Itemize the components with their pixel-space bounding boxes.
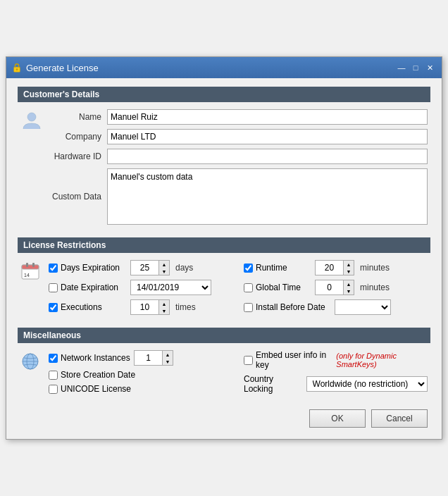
company-input[interactable] bbox=[107, 129, 428, 144]
network-instances-up[interactable]: ▲ bbox=[163, 351, 173, 358]
network-instances-down[interactable]: ▼ bbox=[163, 358, 173, 365]
network-instances-label[interactable]: Network Instances bbox=[61, 353, 131, 363]
executions-checkbox[interactable] bbox=[49, 303, 58, 312]
country-locking-row: Country Locking Worldwide (no restrictio… bbox=[244, 374, 428, 394]
smartkeys-note: (only for Dynamic SmartKeys) bbox=[336, 352, 428, 368]
country-locking-select[interactable]: Worldwide (no restriction) bbox=[306, 376, 428, 392]
global-time-unit-label: minutes bbox=[360, 283, 390, 292]
days-expiration-up[interactable]: ▲ bbox=[159, 261, 169, 268]
global-time-label[interactable]: Global Time bbox=[256, 283, 312, 292]
install-before-date-checkbox[interactable] bbox=[244, 303, 253, 312]
global-time-checkbox[interactable] bbox=[244, 283, 253, 292]
days-expiration-down[interactable]: ▼ bbox=[159, 268, 169, 275]
days-expiration-spinbox: ▲ ▼ bbox=[130, 260, 170, 275]
install-before-date-label[interactable]: Install Before Date bbox=[256, 302, 332, 312]
hardware-id-label: Hardware ID bbox=[47, 151, 107, 161]
license-restrictions-header: License Restrictions bbox=[18, 237, 430, 253]
days-unit-label: days bbox=[175, 263, 193, 273]
embed-user-info-checkbox[interactable] bbox=[244, 356, 253, 365]
miscellaneous-section: Miscellaneous bbox=[18, 328, 430, 398]
name-input[interactable] bbox=[107, 109, 428, 125]
svg-point-1 bbox=[16, 68, 18, 70]
install-before-date-row: Install Before Date bbox=[244, 299, 428, 315]
days-expiration-input[interactable] bbox=[130, 260, 158, 275]
window-controls: — □ ✕ bbox=[395, 61, 436, 74]
network-instances-checkbox[interactable] bbox=[49, 354, 58, 363]
custom-data-input[interactable]: Manuel's custom data bbox=[107, 168, 428, 225]
window-title: Generate License bbox=[26, 63, 395, 73]
cancel-button[interactable]: Cancel bbox=[371, 409, 428, 428]
restrictions-cols: Days Expiration ▲ ▼ days bbox=[49, 260, 428, 319]
global-time-input[interactable] bbox=[315, 280, 343, 295]
global-time-spinbox: ▲ ▼ bbox=[315, 280, 354, 295]
global-time-up[interactable]: ▲ bbox=[344, 280, 354, 287]
network-instances-input[interactable] bbox=[134, 350, 162, 366]
country-locking-label: Country Locking bbox=[244, 374, 301, 394]
svg-text:14: 14 bbox=[24, 273, 30, 278]
svg-rect-4 bbox=[22, 265, 39, 269]
customer-row: Name Company Hardware ID Custom Dat bbox=[20, 109, 428, 229]
executions-down[interactable]: ▼ bbox=[159, 307, 169, 314]
days-expiration-row: Days Expiration ▲ ▼ days bbox=[49, 260, 232, 275]
titlebar: Generate License — □ ✕ bbox=[6, 57, 442, 78]
runtime-spin-buttons: ▲ ▼ bbox=[343, 260, 354, 275]
days-expiration-checkbox[interactable] bbox=[49, 264, 58, 273]
minimize-button[interactable]: — bbox=[395, 61, 408, 74]
network-instances-spinbox: ▲ ▼ bbox=[134, 350, 173, 366]
executions-input[interactable] bbox=[130, 299, 158, 315]
restrictions-left-col: Days Expiration ▲ ▼ days bbox=[49, 260, 232, 319]
runtime-unit-label: minutes bbox=[360, 263, 390, 273]
days-expiration-label[interactable]: Days Expiration bbox=[61, 263, 127, 273]
global-time-spin-buttons: ▲ ▼ bbox=[343, 280, 354, 295]
unicode-license-row: UNICODE License bbox=[49, 384, 232, 394]
runtime-down[interactable]: ▼ bbox=[344, 268, 354, 275]
misc-left-col: Network Instances ▲ ▼ bbox=[49, 350, 232, 398]
executions-unit-label: times bbox=[175, 302, 196, 312]
runtime-up[interactable]: ▲ bbox=[344, 261, 354, 268]
executions-label[interactable]: Executions bbox=[61, 302, 127, 312]
svg-rect-6 bbox=[32, 263, 35, 267]
misc-fields-all: Network Instances ▲ ▼ bbox=[49, 350, 428, 398]
install-before-date-select[interactable] bbox=[335, 299, 391, 315]
runtime-label[interactable]: Runtime bbox=[256, 263, 312, 273]
dialog-content: Customer's Details Name bbox=[6, 78, 442, 439]
dialog-buttons: OK Cancel bbox=[18, 409, 430, 428]
executions-up[interactable]: ▲ bbox=[159, 300, 169, 307]
store-creation-date-label[interactable]: Store Creation Date bbox=[61, 370, 135, 380]
lock-icon bbox=[12, 63, 22, 73]
globe-icon-container bbox=[20, 350, 43, 373]
network-instances-spin-buttons: ▲ ▼ bbox=[162, 350, 173, 366]
global-time-down[interactable]: ▼ bbox=[344, 287, 354, 294]
embed-user-info-label[interactable]: Embed user info in key bbox=[256, 350, 332, 370]
date-expiration-label[interactable]: Date Expiration bbox=[61, 283, 127, 292]
runtime-spinbox: ▲ ▼ bbox=[315, 260, 354, 275]
svg-rect-5 bbox=[26, 263, 28, 267]
date-expiration-checkbox[interactable] bbox=[49, 283, 58, 292]
date-expiration-select[interactable]: 14/01/2019 bbox=[130, 280, 211, 295]
person-icon bbox=[22, 111, 42, 130]
runtime-checkbox[interactable] bbox=[244, 264, 253, 273]
embed-user-info-row: Embed user info in key (only for Dynamic… bbox=[244, 350, 428, 370]
maximize-button[interactable]: □ bbox=[409, 61, 422, 74]
calendar-icon: 14 bbox=[20, 261, 40, 281]
unicode-license-checkbox[interactable] bbox=[49, 385, 58, 394]
hardware-id-row: Hardware ID bbox=[47, 149, 428, 164]
ok-button[interactable]: OK bbox=[309, 409, 366, 428]
customers-details-header: Customer's Details bbox=[18, 87, 430, 102]
customer-icon-container bbox=[20, 109, 43, 132]
date-expiration-row: Date Expiration 14/01/2019 bbox=[49, 280, 232, 295]
custom-data-label: Custom Data bbox=[47, 192, 107, 202]
globe-icon bbox=[20, 352, 40, 371]
network-instances-row: Network Instances ▲ ▼ bbox=[49, 350, 232, 366]
svg-point-2 bbox=[27, 113, 36, 121]
custom-data-row: Custom Data Manuel's custom data bbox=[47, 168, 428, 225]
hardware-id-input[interactable] bbox=[107, 149, 428, 164]
unicode-license-label[interactable]: UNICODE License bbox=[61, 384, 131, 394]
close-button[interactable]: ✕ bbox=[423, 61, 436, 74]
runtime-input[interactable] bbox=[315, 260, 343, 275]
restrictions-body: 14 Days Expiration bbox=[18, 260, 430, 319]
store-creation-date-checkbox[interactable] bbox=[49, 371, 58, 380]
misc-right-col: Embed user info in key (only for Dynamic… bbox=[244, 350, 428, 398]
main-window: Generate License — □ ✕ Customer's Detail… bbox=[6, 56, 442, 440]
executions-spin-buttons: ▲ ▼ bbox=[158, 299, 170, 315]
